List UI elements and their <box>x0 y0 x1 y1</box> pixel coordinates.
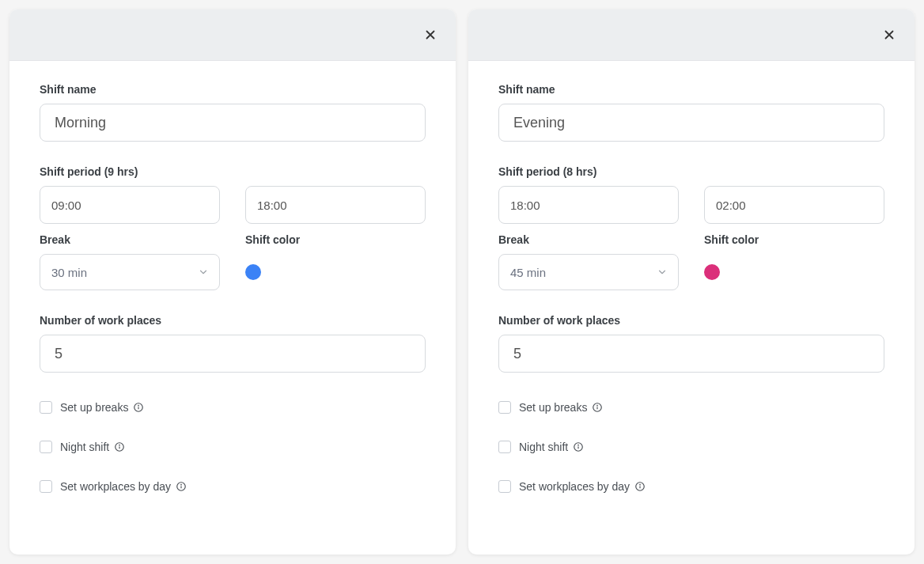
shift-name-input[interactable] <box>498 104 884 142</box>
night-shift-checkbox[interactable] <box>498 441 511 453</box>
shift-period-label: Shift period (9 hrs) <box>40 165 426 178</box>
setup-breaks-checkbox[interactable] <box>498 401 511 414</box>
num-workplaces-input[interactable] <box>498 335 884 373</box>
shift-name-label: Shift name <box>40 83 426 96</box>
shift-name-input[interactable] <box>40 104 426 142</box>
num-workplaces-label: Number of work places <box>498 314 884 327</box>
svg-point-11 <box>597 405 598 406</box>
set-workplaces-by-day-checkbox[interactable] <box>498 480 511 493</box>
setup-breaks-checkbox[interactable] <box>40 401 52 414</box>
close-button[interactable] <box>878 24 900 46</box>
close-icon <box>882 28 896 42</box>
break-select[interactable] <box>40 254 220 290</box>
shift-name-label: Shift name <box>498 83 884 96</box>
modal-body: Shift name Shift period (9 hrs) Break Sh… <box>9 61 456 555</box>
svg-point-14 <box>578 445 579 445</box>
num-workplaces-label: Number of work places <box>40 314 426 327</box>
night-shift-label[interactable]: Night shift <box>519 441 584 453</box>
shift-color-label: Shift color <box>704 233 884 246</box>
shift-period-label: Shift period (8 hrs) <box>498 165 884 178</box>
night-shift-text: Night shift <box>519 441 568 453</box>
set-workplaces-by-day-text: Set workplaces by day <box>60 480 171 493</box>
info-icon <box>573 441 584 452</box>
set-workplaces-by-day-checkbox[interactable] <box>40 480 52 493</box>
shift-color-label: Shift color <box>245 233 426 246</box>
info-icon <box>634 481 646 492</box>
setup-breaks-label[interactable]: Set up breaks <box>60 401 144 414</box>
break-select[interactable] <box>498 254 679 290</box>
info-icon <box>133 402 144 413</box>
break-label: Break <box>40 233 220 246</box>
set-workplaces-by-day-label[interactable]: Set workplaces by day <box>519 480 646 493</box>
set-workplaces-by-day-text: Set workplaces by day <box>519 480 630 493</box>
info-icon <box>114 441 125 452</box>
night-shift-checkbox[interactable] <box>40 441 52 453</box>
modal-header <box>9 9 456 61</box>
shift-color-swatch[interactable] <box>704 264 720 280</box>
info-icon <box>176 481 187 492</box>
start-time-input[interactable] <box>498 186 679 224</box>
shift-color-swatch[interactable] <box>245 264 261 280</box>
modal-header <box>468 9 915 61</box>
setup-breaks-text: Set up breaks <box>519 401 587 414</box>
svg-point-2 <box>138 405 139 406</box>
setup-breaks-label[interactable]: Set up breaks <box>519 401 603 414</box>
setup-breaks-text: Set up breaks <box>60 401 128 414</box>
night-shift-label[interactable]: Night shift <box>60 441 125 453</box>
end-time-input[interactable] <box>245 186 426 224</box>
set-workplaces-by-day-label[interactable]: Set workplaces by day <box>60 480 187 493</box>
night-shift-text: Night shift <box>60 441 109 453</box>
svg-point-5 <box>119 445 120 445</box>
break-label: Break <box>498 233 679 246</box>
modal-body: Shift name Shift period (8 hrs) Break Sh… <box>468 61 915 555</box>
info-icon <box>592 402 603 413</box>
close-button[interactable] <box>419 24 441 46</box>
end-time-input[interactable] <box>704 186 884 224</box>
svg-point-8 <box>181 484 182 485</box>
shift-modal: Shift name Shift period (8 hrs) Break Sh… <box>468 9 915 555</box>
start-time-input[interactable] <box>40 186 220 224</box>
shift-modal: Shift name Shift period (9 hrs) Break Sh… <box>9 9 456 555</box>
num-workplaces-input[interactable] <box>40 335 426 373</box>
close-icon <box>423 28 437 42</box>
svg-point-17 <box>640 484 641 485</box>
